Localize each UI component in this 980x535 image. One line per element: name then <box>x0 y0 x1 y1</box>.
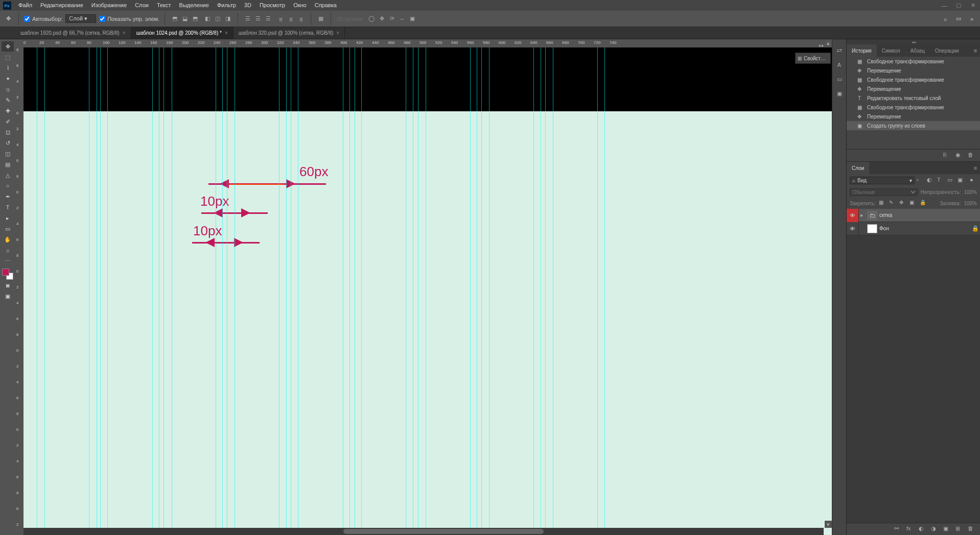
workspace-menu-icon[interactable]: » <box>967 14 977 24</box>
guide-vertical[interactable] <box>533 47 534 535</box>
guide-vertical[interactable] <box>44 47 45 535</box>
guide-vertical[interactable] <box>291 47 291 535</box>
filter-shape-icon[interactable]: ▭ <box>947 177 954 184</box>
panel-tab-История[interactable]: История <box>847 44 877 57</box>
magic-wand-tool[interactable]: ✦ <box>2 74 14 84</box>
guide-vertical[interactable] <box>477 47 477 535</box>
history-item[interactable]: ▣Создать группу из слоев <box>847 121 980 130</box>
menu-редактирование[interactable]: Редактирование <box>36 0 87 11</box>
distribute-left-icon[interactable]: ⫼ <box>276 14 285 23</box>
guide-vertical[interactable] <box>349 47 350 535</box>
document-tab[interactable]: шаблон 320.psd @ 100% (сетка, RGB/8)× <box>234 27 345 39</box>
close-tab-icon[interactable]: × <box>336 30 339 36</box>
guide-vertical[interactable] <box>413 47 413 535</box>
history-brush-tool[interactable]: ↺ <box>2 138 14 148</box>
guide-vertical[interactable] <box>597 47 598 535</box>
distribute-top-icon[interactable]: ☰ <box>243 14 252 23</box>
minimize-button[interactable]: — <box>937 0 951 11</box>
distribute-vcenter-icon[interactable]: ☰ <box>253 14 263 23</box>
guide-vertical[interactable] <box>172 47 172 535</box>
screen-mode-tool[interactable]: ▣ <box>2 291 14 301</box>
gradient-tool[interactable]: ▤ <box>2 159 14 169</box>
stamp-tool[interactable]: ⊡ <box>2 127 14 137</box>
guide-vertical[interactable] <box>107 47 108 535</box>
history-item[interactable]: TРедактировать текстовый слой <box>847 93 980 103</box>
filter-toggle-icon[interactable]: ● <box>970 177 977 184</box>
3d-orbit-icon[interactable]: ◯ <box>367 14 376 23</box>
layer-mask-icon[interactable]: ◐ <box>919 525 927 533</box>
layer-expand-icon[interactable]: ▸ <box>859 212 865 218</box>
panel-tab-Абзац[interactable]: Абзац <box>905 44 930 57</box>
layer-visibility-icon[interactable]: 👁 <box>847 209 859 222</box>
foreground-color[interactable] <box>2 269 9 276</box>
workspace-icon[interactable]: ▭ <box>953 14 964 24</box>
zoom-tool[interactable]: ⌕ <box>2 245 14 255</box>
guide-vertical[interactable] <box>470 47 471 535</box>
eraser-tool[interactable]: ◫ <box>2 149 14 159</box>
align-top-icon[interactable]: ⬒ <box>170 14 179 23</box>
panel-collapse-handle[interactable]: ◂◂ <box>847 39 980 44</box>
character-panel-icon[interactable]: A <box>834 60 845 70</box>
filter-image-icon[interactable]: ▫ <box>917 177 924 184</box>
link-layers-icon[interactable]: ⚯ <box>894 525 902 533</box>
guide-vertical[interactable] <box>89 47 89 535</box>
guide-vertical[interactable] <box>100 47 101 535</box>
auto-align-icon[interactable]: ▦ <box>316 14 325 23</box>
search-icon[interactable]: ⌕ <box>940 14 950 24</box>
guide-vertical[interactable] <box>164 47 164 535</box>
guide-vertical[interactable] <box>489 47 489 535</box>
menu-справка[interactable]: Справка <box>311 0 341 11</box>
autoselect-target-select[interactable]: Слой ▾ <box>65 14 96 23</box>
scrollbar-horizontal[interactable] <box>24 528 824 535</box>
menu-слои[interactable]: Слои <box>131 0 153 11</box>
blend-mode-select[interactable]: Обычные <box>850 188 918 196</box>
document-tab[interactable]: шаблон 1024.psd @ 200% (RGB/8) *× <box>131 27 234 39</box>
paragraph-panel-icon[interactable]: ▭ <box>834 74 845 84</box>
marquee-tool[interactable]: ⬚ <box>2 52 14 62</box>
history-new-doc-icon[interactable]: ⎘ <box>943 152 951 160</box>
guide-vertical[interactable] <box>604 47 605 535</box>
properties-collapsed[interactable]: ⊞ Свойст… <box>795 53 831 64</box>
adjustment-layer-icon[interactable]: ◑ <box>931 525 939 533</box>
guide-vertical[interactable] <box>97 47 97 535</box>
close-button[interactable]: ✕ <box>966 0 980 11</box>
scroll-down-button[interactable]: ▾ <box>825 521 832 528</box>
history-item[interactable]: ▦Свободное трансформирование <box>847 75 980 84</box>
guide-vertical[interactable] <box>541 47 541 535</box>
menu-текст[interactable]: Текст <box>153 0 175 11</box>
scroll-up-button[interactable]: ▴ <box>825 39 832 46</box>
pen-tool[interactable]: ✒ <box>2 191 14 202</box>
layer-fx-icon[interactable]: fx <box>906 525 915 533</box>
guide-vertical[interactable] <box>355 47 355 535</box>
layer-name[interactable]: сетка <box>879 212 980 218</box>
align-vcenter-icon[interactable]: ⬓ <box>180 14 190 23</box>
history-item[interactable]: ▦Свободное трансформирование <box>847 57 980 66</box>
guide-vertical[interactable] <box>343 47 343 535</box>
lasso-tool[interactable]: ⌇ <box>2 63 14 73</box>
move-tool[interactable]: ✥ <box>2 41 14 52</box>
3d-camera-icon[interactable]: ▣ <box>408 14 417 23</box>
guide-vertical[interactable] <box>222 47 223 535</box>
close-tab-icon[interactable]: × <box>123 30 126 36</box>
opacity-value[interactable]: 100% <box>964 189 977 195</box>
distribute-bottom-icon[interactable]: ☰ <box>264 14 273 23</box>
layer-item[interactable]: 👁▸🗀сетка <box>847 209 980 222</box>
history-item[interactable]: ✥Перемещение <box>847 66 980 75</box>
lock-artboard-icon[interactable]: ▣ <box>909 200 917 207</box>
history-item[interactable]: ✥Перемещение <box>847 84 980 93</box>
edit-toolbar[interactable]: ⋯ <box>2 256 14 266</box>
dodge-tool[interactable]: ○ <box>2 181 14 191</box>
maximize-button[interactable]: ▢ <box>951 0 966 11</box>
brush-tool[interactable]: ✐ <box>2 116 14 127</box>
layers-panel-menu-icon[interactable]: ≡ <box>971 162 980 174</box>
healing-tool[interactable]: ✚ <box>2 106 14 116</box>
history-delete-icon[interactable]: 🗑 <box>968 152 976 160</box>
history-item[interactable]: ✥Перемещение <box>847 112 980 121</box>
layer-filter-select[interactable]: ⌕ Вид ▾ <box>850 177 915 184</box>
3d-roll-icon[interactable]: ⟳ <box>387 14 396 23</box>
history-panel-menu-icon[interactable]: ≡ <box>971 44 980 57</box>
menu-файл[interactable]: Файл <box>14 0 36 11</box>
quick-mask-tool[interactable]: ◙ <box>2 280 14 290</box>
autoselect-checkbox[interactable]: Автовыбор: <box>24 16 62 22</box>
new-group-icon[interactable]: ▣ <box>943 525 951 533</box>
